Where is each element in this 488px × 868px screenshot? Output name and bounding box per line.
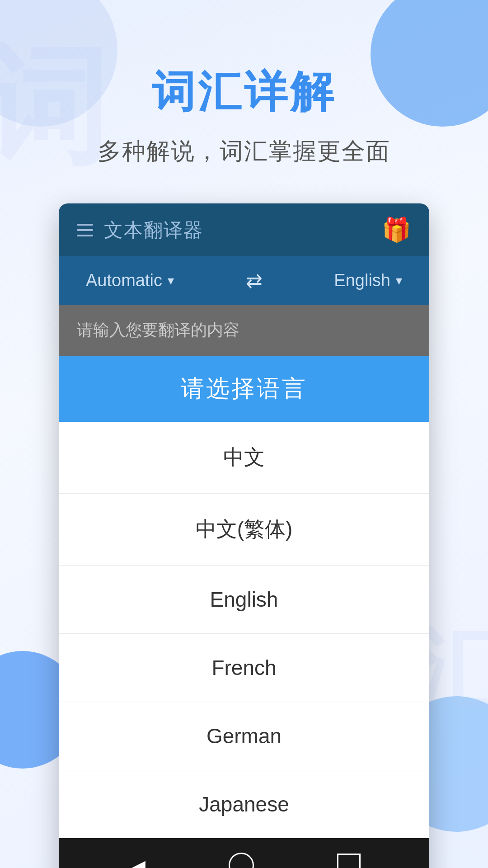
recent-square-icon: [337, 854, 361, 868]
recent-button[interactable]: [337, 854, 361, 868]
target-lang-selector[interactable]: English ▾: [334, 271, 402, 290]
page-title: 词汇详解: [0, 63, 488, 122]
gift-icon[interactable]: 🎁: [382, 216, 411, 244]
home-circle-icon: [229, 853, 254, 868]
language-option[interactable]: German: [59, 702, 429, 770]
page-subtitle: 多种解说，词汇掌握更全面: [0, 136, 488, 167]
toolbar-left: 文本翻译器: [77, 217, 203, 243]
swap-icon[interactable]: ⇄: [246, 269, 263, 292]
lang-bar: Automatic ▾ ⇄ English ▾: [59, 256, 429, 305]
language-option[interactable]: French: [59, 634, 429, 702]
toolbar-title: 文本翻译器: [104, 217, 203, 243]
translation-input-area[interactable]: 请输入您要翻译的内容: [59, 305, 429, 356]
source-lang-label: Automatic: [86, 271, 162, 290]
language-option[interactable]: 中文(繁体): [59, 494, 429, 566]
app-container: 文本翻译器 🎁 Automatic ▾ ⇄ English ▾ 请输入您要翻译的…: [59, 203, 429, 868]
home-button[interactable]: [229, 853, 254, 868]
header-section: 词汇详解 多种解说，词汇掌握更全面: [0, 0, 488, 167]
dialog-body: 中文中文(繁体)EnglishFrenchGermanJapanese: [59, 422, 429, 838]
hamburger-line-3: [77, 235, 93, 236]
hamburger-line-2: [77, 229, 93, 231]
language-dialog: 请选择语言 中文中文(繁体)EnglishFrenchGermanJapanes…: [59, 356, 429, 838]
language-option[interactable]: 中文: [59, 422, 429, 494]
hamburger-line-1: [77, 224, 93, 226]
menu-icon[interactable]: [77, 224, 93, 236]
app-toolbar: 文本翻译器 🎁: [59, 203, 429, 256]
bottom-nav: ◀: [59, 838, 429, 868]
source-lang-selector[interactable]: Automatic ▾: [86, 271, 174, 290]
language-option[interactable]: English: [59, 566, 429, 634]
target-lang-arrow: ▾: [396, 273, 402, 288]
source-lang-arrow: ▾: [168, 273, 174, 288]
dialog-title: 请选择语言: [76, 373, 412, 405]
input-placeholder-text: 请输入您要翻译的内容: [77, 321, 239, 339]
target-lang-label: English: [334, 271, 390, 290]
back-button[interactable]: ◀: [127, 854, 145, 868]
language-option[interactable]: Japanese: [59, 770, 429, 838]
dialog-header: 请选择语言: [59, 356, 429, 422]
